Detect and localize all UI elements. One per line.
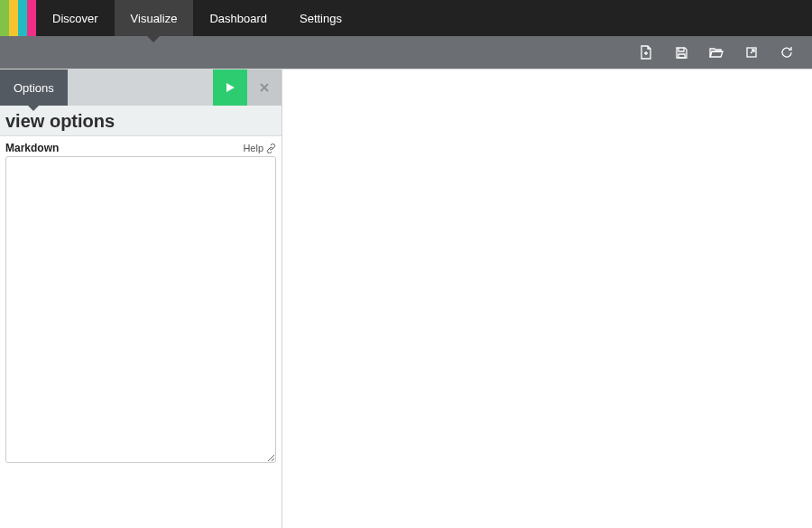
new-button[interactable] xyxy=(630,36,662,69)
close-icon xyxy=(260,83,269,92)
nav-tab-dashboard[interactable]: Dashboard xyxy=(193,0,283,36)
nav-tab-settings[interactable]: Settings xyxy=(283,0,358,36)
folder-open-icon xyxy=(709,46,724,59)
top-nav: Discover Visualize Dashboard Settings xyxy=(0,0,812,36)
play-icon xyxy=(226,82,235,93)
run-button[interactable] xyxy=(213,69,247,106)
markdown-input[interactable] xyxy=(5,156,276,463)
nav-tab-visualize[interactable]: Visualize xyxy=(115,0,194,36)
brand-stripe xyxy=(18,0,27,36)
sidebar-panel: Options view options Markdown Help xyxy=(0,69,282,528)
sidebar-tab-options[interactable]: Options xyxy=(0,69,68,106)
sidebar-tabs: Options xyxy=(0,69,281,106)
share-icon xyxy=(745,46,758,59)
help-label: Help xyxy=(243,143,263,153)
save-button[interactable] xyxy=(665,36,697,69)
markdown-help-link[interactable]: Help xyxy=(243,143,276,153)
sidebar-spacer xyxy=(68,69,213,106)
open-button[interactable] xyxy=(700,36,733,69)
main-row: Options view options Markdown Help xyxy=(0,69,812,528)
visualization-canvas xyxy=(282,69,812,528)
markdown-field-header: Markdown Help xyxy=(0,136,281,156)
refresh-button[interactable] xyxy=(770,36,803,69)
markdown-editor-wrap xyxy=(0,156,281,528)
refresh-icon xyxy=(780,46,794,59)
brand-logo xyxy=(0,0,36,36)
share-button[interactable] xyxy=(735,36,768,69)
close-button[interactable] xyxy=(247,69,281,106)
nav-tabs: Discover Visualize Dashboard Settings xyxy=(36,0,358,36)
brand-stripe xyxy=(9,0,18,36)
action-toolbar xyxy=(0,36,812,69)
brand-stripe xyxy=(0,0,9,36)
link-icon xyxy=(266,144,276,153)
save-icon xyxy=(675,46,688,60)
new-doc-icon xyxy=(640,45,652,60)
section-title: view options xyxy=(0,106,281,136)
nav-tab-discover[interactable]: Discover xyxy=(36,0,115,36)
brand-stripe xyxy=(27,0,36,36)
markdown-label: Markdown xyxy=(5,142,59,154)
